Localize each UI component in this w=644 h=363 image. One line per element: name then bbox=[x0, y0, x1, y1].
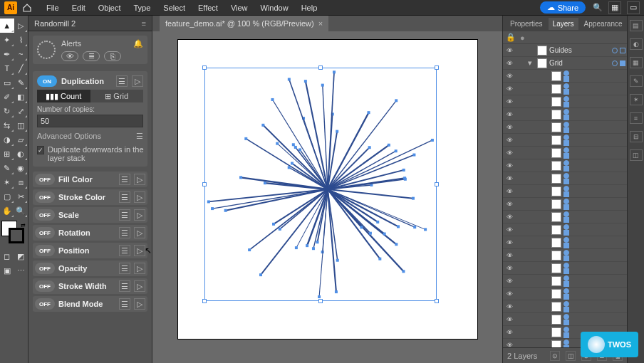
target-icon[interactable] bbox=[564, 340, 569, 345]
target-icon[interactable] bbox=[564, 135, 569, 140]
tool-rotate[interactable]: ↻ bbox=[0, 104, 14, 118]
target-icon[interactable] bbox=[564, 237, 569, 243]
selection-handle[interactable] bbox=[202, 65, 207, 70]
prop-play-icon[interactable]: ▷ bbox=[134, 227, 145, 238]
target-icon[interactable] bbox=[564, 147, 569, 153]
layer-name[interactable] bbox=[564, 83, 625, 95]
brushes-icon[interactable]: ✎ bbox=[630, 75, 643, 87]
transform-icon[interactable]: ◫ bbox=[630, 149, 643, 161]
layer-name[interactable]: Grid bbox=[549, 59, 610, 67]
target-icon[interactable] bbox=[564, 122, 569, 127]
tool-slice[interactable]: ✂ bbox=[14, 189, 28, 204]
align-icon[interactable]: ⊟ bbox=[630, 131, 643, 142]
tool-symbol-sprayer[interactable]: ✶ bbox=[0, 175, 14, 189]
bell-icon[interactable]: 🔔 bbox=[133, 39, 143, 48]
prop-settings-icon[interactable]: ☰ bbox=[119, 280, 130, 292]
layer-row[interactable]: 👁 bbox=[503, 198, 627, 211]
swatches-icon[interactable]: ▦ bbox=[630, 57, 643, 68]
layer-row[interactable]: 👁 Guides bbox=[503, 44, 627, 57]
target-icon[interactable] bbox=[564, 199, 569, 204]
selection-handle[interactable] bbox=[435, 182, 439, 186]
tool-free-transform[interactable]: ◫ bbox=[14, 118, 28, 132]
layer-name[interactable] bbox=[564, 237, 625, 248]
visibility-icon[interactable]: 👁 bbox=[504, 263, 514, 273]
screen-mode[interactable]: ▣ bbox=[0, 263, 14, 278]
layer-row[interactable]: 👁 bbox=[503, 249, 627, 262]
visibility-icon[interactable]: 👁 bbox=[504, 122, 514, 132]
tool-graph[interactable]: ⧈ bbox=[14, 175, 28, 189]
layer-row[interactable]: 👁 bbox=[503, 236, 627, 249]
layer-row[interactable]: 👁 bbox=[503, 83, 627, 95]
prop-toggle[interactable]: OFF bbox=[35, 245, 55, 256]
tool-type[interactable]: T bbox=[0, 61, 14, 75]
copies-input[interactable] bbox=[37, 115, 143, 127]
layer-name[interactable] bbox=[564, 314, 625, 325]
layer-row[interactable]: 👁 bbox=[503, 70, 627, 83]
prop-settings-icon[interactable]: ☰ bbox=[119, 263, 130, 274]
tool-rectangle[interactable]: ▭ bbox=[0, 75, 14, 90]
prop-settings-icon[interactable]: ☰ bbox=[119, 209, 130, 221]
tool-zoom[interactable]: 🔍 bbox=[14, 204, 28, 218]
layer-row[interactable]: 👁 bbox=[503, 262, 627, 275]
fill-stroke-swatch[interactable]: ⇄ bbox=[1, 221, 27, 246]
tab-appearance[interactable]: Appearance bbox=[580, 18, 627, 30]
target-icon[interactable] bbox=[564, 109, 569, 115]
visibility-icon[interactable]: 👁 bbox=[504, 161, 514, 171]
visibility-icon[interactable]: 👁 bbox=[504, 327, 514, 337]
menu-type[interactable]: Type bbox=[128, 1, 157, 14]
tool-shape-builder[interactable]: ◑ bbox=[0, 132, 14, 147]
tab-properties[interactable]: Properties bbox=[506, 18, 547, 30]
prop-play-icon[interactable]: ▷ bbox=[134, 298, 145, 310]
menu-select[interactable]: Select bbox=[157, 1, 192, 14]
layer-name[interactable] bbox=[564, 122, 625, 133]
layer-name[interactable] bbox=[564, 263, 625, 274]
visibility-icon[interactable]: 👁 bbox=[504, 199, 514, 209]
menu-help[interactable]: Help bbox=[295, 1, 324, 14]
search-icon[interactable]: 🔍 bbox=[593, 3, 603, 12]
tool-eraser[interactable]: ◧ bbox=[14, 90, 28, 104]
layer-name[interactable] bbox=[564, 173, 625, 184]
visibility-icon[interactable]: 👁 bbox=[504, 58, 514, 68]
selection-handle[interactable] bbox=[318, 299, 323, 303]
tool-lasso[interactable]: ⌇ bbox=[14, 33, 28, 47]
tool-selection[interactable]: ▲ bbox=[0, 19, 14, 33]
target-icon[interactable] bbox=[564, 275, 569, 281]
home-icon[interactable] bbox=[21, 2, 33, 14]
advanced-settings-icon[interactable]: ☰ bbox=[136, 132, 143, 141]
layer-row[interactable]: 👁 bbox=[503, 223, 627, 236]
layer-row[interactable]: 👁 bbox=[503, 108, 627, 121]
prop-play-icon[interactable]: ▷ bbox=[134, 191, 145, 203]
prop-play-icon[interactable]: ▷ bbox=[134, 280, 145, 292]
layer-name[interactable] bbox=[564, 135, 625, 146]
visibility-icon[interactable]: 👁 bbox=[504, 186, 514, 196]
visibility-icon[interactable]: 👁 bbox=[504, 148, 514, 158]
menu-view[interactable]: View bbox=[224, 1, 254, 14]
alerts-list-button[interactable]: ≣ bbox=[83, 51, 100, 61]
menu-window[interactable]: Window bbox=[254, 1, 295, 14]
tool-paintbrush[interactable]: ✎ bbox=[14, 75, 28, 90]
tool-magic-wand[interactable]: ✦ bbox=[0, 33, 14, 47]
layer-name[interactable] bbox=[564, 109, 625, 120]
duplicate-downwards-checkbox[interactable]: ✓Duplicate downwards in the layer stack bbox=[37, 145, 144, 162]
prop-toggle[interactable]: OFF bbox=[35, 191, 55, 203]
visibility-icon[interactable]: 👁 bbox=[504, 46, 514, 56]
tool-eyedropper[interactable]: ✎ bbox=[0, 161, 14, 175]
target-icon[interactable] bbox=[564, 224, 569, 230]
layer-name[interactable] bbox=[564, 96, 625, 107]
draw-mode-behind[interactable]: ◩ bbox=[14, 249, 28, 263]
selection-handle[interactable] bbox=[318, 65, 323, 70]
layer-name[interactable] bbox=[564, 224, 625, 236]
prop-toggle[interactable]: OFF bbox=[35, 209, 55, 221]
expand-caret-icon[interactable]: ▾ bbox=[528, 58, 535, 68]
document-tab[interactable]: feature_demo.ai* @ 100 % (RGB/Preview) × bbox=[160, 16, 328, 31]
target-icon[interactable] bbox=[564, 250, 569, 256]
layer-row[interactable]: 👁 bbox=[503, 134, 627, 147]
visibility-icon[interactable]: 👁 bbox=[504, 289, 514, 299]
tool-scale[interactable]: ⤢ bbox=[14, 104, 28, 118]
tool-shaper[interactable]: ✐ bbox=[0, 90, 14, 104]
prop-play-icon[interactable]: ▷ bbox=[134, 174, 145, 185]
tool-hand[interactable]: ✋ bbox=[0, 204, 14, 218]
prop-play-icon[interactable]: ▷ bbox=[134, 245, 145, 256]
selection-handle[interactable] bbox=[435, 299, 439, 303]
tool-blend[interactable]: ◉ bbox=[14, 161, 28, 175]
